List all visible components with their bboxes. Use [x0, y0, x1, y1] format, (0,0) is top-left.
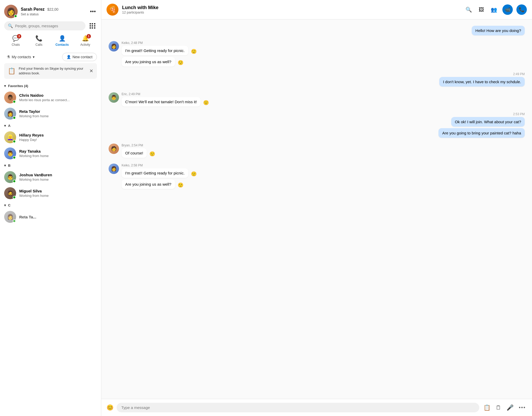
search-messages-button[interactable]: 🔍: [464, 5, 474, 14]
grid-view-button[interactable]: [88, 22, 97, 30]
message-5-bubble-2: Are you going to bring your painted cat?…: [438, 128, 525, 138]
tab-calls[interactable]: 📞 Calls: [27, 34, 50, 48]
favorites-section-header[interactable]: ▾ Favorites (4): [0, 82, 101, 89]
favorites-label: Favorites (4): [8, 84, 28, 88]
message-3-bubble-row: I don't know, yet. I have to check my sc…: [439, 77, 525, 88]
contact-item-c-partial[interactable]: 👩 Reta Ta...: [0, 209, 101, 225]
phone-icon: 📞: [519, 7, 524, 12]
c-partial-status-dot: [13, 219, 16, 223]
message-4-bubble-row: C'mon! We'll eat hot tamale! Don't miss …: [122, 97, 210, 108]
video-icon: 📹: [505, 7, 510, 12]
chat-title: Lunch with Mike: [122, 5, 158, 10]
bryan-avatar: 🧑: [109, 144, 119, 154]
my-contacts-filter[interactable]: ⚗ My contacts ▾: [4, 53, 37, 61]
audio-call-button[interactable]: 📞: [516, 4, 527, 15]
miguel-avatar-wrap: 🧔: [4, 187, 16, 199]
tab-activity[interactable]: 🔔 1 Activity: [74, 34, 97, 48]
user-header: 👩 Sarah Perez $22,00 Set a status •••: [0, 0, 101, 21]
message-input-bar: 😊 📋 🗒 🎤 •••: [101, 399, 532, 416]
section-a-label: A: [8, 124, 10, 128]
mic-button[interactable]: 🎤: [506, 403, 515, 412]
message-6-bubble: Of course!: [122, 148, 147, 158]
video-call-button[interactable]: 📹: [502, 4, 513, 15]
image-search-button[interactable]: 🖼: [477, 5, 486, 14]
chris-avatar-wrap: 👨🏾: [4, 92, 16, 103]
message-5-bubble-1: Ok ok! I will join. What about your cat?: [451, 117, 525, 127]
message-7: 👩 Keiko, 2:58 PM I'm great!! Getting rea…: [109, 164, 525, 191]
section-a-header[interactable]: ▾ A: [0, 122, 101, 129]
ray-info: Ray Tanaka Working from home: [19, 149, 49, 158]
tab-chats[interactable]: 💬 3 Chats: [4, 34, 27, 48]
messages-area: Hello! How are you doing? 👩 Keiko, 2:48 …: [101, 20, 532, 399]
chris-name: Chris Naidoo: [19, 93, 70, 98]
contact-item-ray[interactable]: 👨 Ray Tanaka Working from home: [0, 145, 101, 161]
user-status: Set a status: [21, 12, 86, 16]
reaction-button-7-1[interactable]: 🙂: [189, 171, 198, 177]
group-avatar: 🍕: [107, 4, 118, 16]
reaction-button-7-2[interactable]: 🙂: [176, 182, 185, 188]
more-actions-button[interactable]: •••: [518, 404, 527, 412]
sticker-button[interactable]: 📋: [482, 403, 491, 412]
contact-item-miguel[interactable]: 🧔 Miguel Silva Working from home: [0, 185, 101, 201]
message-5-bubble-row-1: Ok ok! I will join. What about your cat?: [451, 117, 525, 128]
section-b-header[interactable]: ▾ B: [0, 161, 101, 169]
chevron-down-icon: ▾: [33, 55, 35, 59]
message-1-bubble: Hello! How are you doing?: [472, 26, 525, 35]
chris-info: Chris Naidoo Morbi leo risus porta ac co…: [19, 93, 70, 102]
chats-label: Chats: [12, 43, 20, 47]
online-indicator: [14, 15, 17, 18]
contact-item-joshua[interactable]: 👨 Joshua VanBuren Working from home: [0, 169, 101, 185]
section-c-header[interactable]: ▾ C: [0, 201, 101, 209]
add-contact-icon: 👤: [66, 55, 71, 59]
reaction-button-2-1[interactable]: 🙂: [189, 48, 198, 55]
message-5: 2:53 PM Ok ok! I will join. What about y…: [109, 112, 525, 139]
reaction-button-2-2[interactable]: 🙂: [176, 59, 185, 66]
chat-header: 🍕 Lunch with Mike 12 participants 🔍 🖼 👥 …: [101, 0, 532, 20]
joshua-info: Joshua VanBuren Working from home: [19, 173, 52, 181]
section-b-chevron: ▾: [4, 164, 6, 167]
nav-tabs: 💬 3 Chats 📞 Calls 👤 Contacts 🔔 1 Activit…: [0, 34, 101, 51]
message-5-bubble-row-2: Are you going to bring your painted cat?…: [438, 128, 525, 139]
ray-avatar-wrap: 👨: [4, 147, 16, 159]
hillary-status: Happy Day!: [19, 138, 44, 142]
message-6-sender-time: Bryan, 2:54 PM: [122, 144, 157, 147]
search-input-wrap[interactable]: 🔍: [4, 21, 85, 30]
message-2: 👩 Keiko, 2:48 PM I'm great!! Getting rea…: [109, 41, 525, 68]
c-partial-avatar-wrap: 👩: [4, 211, 16, 223]
message-input[interactable]: [117, 403, 479, 412]
contact-item-hillary[interactable]: 👱‍♀️ Hillary Reyes Happy Day!: [0, 129, 101, 145]
message-2-bubble-2: Are you joining us as well?: [122, 57, 175, 67]
left-panel: 👩 Sarah Perez $22,00 Set a status ••• 🔍: [0, 0, 101, 416]
message-3-time: 2:49 PM: [513, 72, 525, 76]
section-c-label: C: [8, 203, 10, 207]
miguel-name: Miguel Silva: [19, 189, 49, 193]
hillary-name: Hillary Reyes: [19, 133, 44, 137]
gif-button[interactable]: 🗒: [495, 403, 502, 412]
message-7-bubble-row-2: Are you joining us as well? 🙂: [122, 179, 198, 191]
search-input[interactable]: [15, 24, 82, 28]
contacts-label: Contacts: [55, 43, 69, 47]
filter-icon: ⚗: [7, 55, 10, 59]
tab-contacts[interactable]: 👤 Contacts: [51, 34, 74, 48]
contact-item-reta[interactable]: 👩 Reta Taylor Working from home: [0, 106, 101, 122]
more-options-button[interactable]: •••: [89, 7, 97, 16]
group-emoji: 🍕: [109, 6, 116, 13]
keiko-avatar-1: 👩: [109, 41, 119, 51]
message-6: 🧑 Bryan, 2:54 PM Of course! 🙂: [109, 144, 525, 159]
user-balance: $22,00: [47, 7, 58, 11]
grid-icon: [90, 23, 95, 29]
participants-button[interactable]: 👥: [489, 5, 499, 14]
message-4-bubble: C'mon! We'll eat hot tamale! Don't miss …: [122, 97, 201, 107]
reaction-button-6[interactable]: 🙂: [148, 151, 157, 157]
contact-item-chris[interactable]: 👨🏾 Chris Naidoo Morbi leo risus porta ac…: [0, 89, 101, 106]
new-contact-button[interactable]: 👤 New contact: [62, 53, 97, 61]
emoji-button[interactable]: 😊: [107, 404, 114, 411]
sync-banner-close[interactable]: ✕: [89, 68, 93, 74]
joshua-name: Joshua VanBuren: [19, 173, 52, 177]
ray-name: Ray Tanaka: [19, 149, 49, 153]
contacts-icon: 👤: [59, 35, 66, 42]
chats-badge: 3: [17, 34, 21, 38]
user-name: Sarah Perez: [21, 7, 45, 11]
reaction-button-4[interactable]: 🙂: [202, 99, 210, 106]
c-partial-info: Reta Ta...: [19, 215, 36, 219]
